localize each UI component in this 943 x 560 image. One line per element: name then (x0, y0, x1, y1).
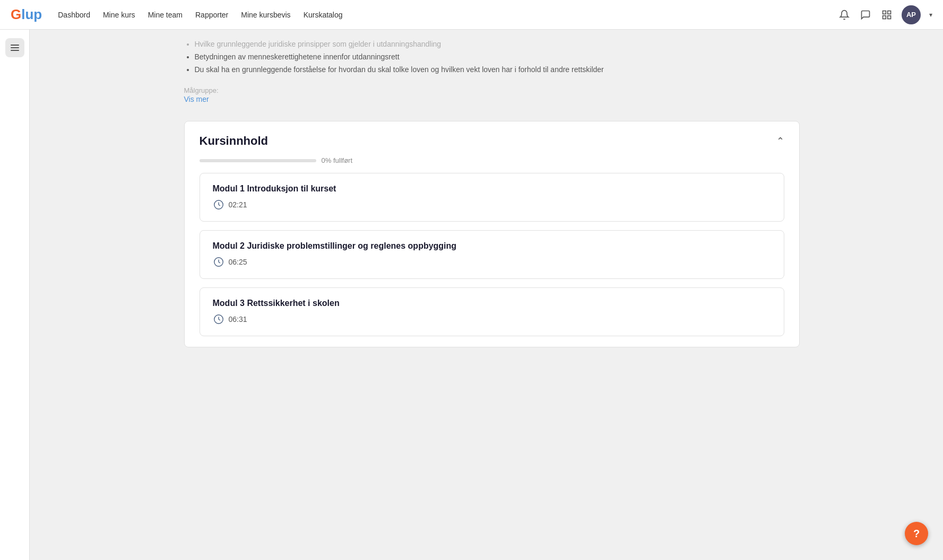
menu-line-2 (11, 47, 19, 48)
sidebar (0, 30, 30, 560)
module-1-duration: 02:21 (229, 200, 247, 209)
progress-bar-background (200, 159, 316, 162)
content-area: Hvilke grunnleggende juridiske prinsippe… (163, 30, 810, 369)
module-card-3[interactable]: Modul 3 Rettssikkerhet i skolen 06:31 (200, 287, 784, 336)
nav-mine-kursbevis[interactable]: Mine kursbevis (241, 11, 290, 19)
bullet-item-1: Hvilke grunnleggende juridiske prinsippe… (195, 38, 800, 51)
kursinnhold-card: Kursinnhold ⌃ 0% fullført Modul 1 Introd… (184, 121, 800, 347)
clock-icon-2 (213, 256, 224, 268)
module-1-title: Modul 1 Introduksjon til kurset (213, 184, 771, 194)
module-2-duration-row: 06:25 (213, 256, 771, 268)
help-button[interactable]: ? (905, 522, 928, 545)
nav-right: AP ▾ (838, 5, 932, 24)
nav-links: Dashbord Mine kurs Mine team Rapporter M… (58, 11, 838, 19)
svg-rect-1 (888, 11, 891, 14)
clock-icon-1 (213, 199, 224, 211)
logo-g: G (11, 6, 21, 22)
bullet-item-2: Betydningen av menneskerettighetene inne… (195, 51, 800, 64)
svg-rect-3 (888, 15, 891, 19)
progress-label: 0% fullført (322, 156, 353, 164)
grid-icon[interactable] (880, 8, 893, 21)
user-avatar[interactable]: AP (902, 5, 921, 24)
logo-rest: lup (21, 6, 42, 22)
menu-line-3 (11, 50, 19, 51)
chat-icon[interactable] (859, 8, 872, 21)
clock-icon-3 (213, 313, 224, 325)
menu-line-1 (11, 45, 19, 46)
nav-mine-kurs[interactable]: Mine kurs (103, 11, 135, 19)
nav-kurskatalog[interactable]: Kurskatalog (304, 11, 343, 19)
svg-rect-2 (883, 15, 886, 19)
nav-rapporter[interactable]: Rapporter (195, 11, 228, 19)
module-2-duration: 06:25 (229, 258, 247, 266)
module-card-2[interactable]: Modul 2 Juridiske problemstillinger og r… (200, 230, 784, 279)
partial-top: Hvilke grunnleggende juridiske prinsippe… (184, 30, 800, 110)
sidebar-menu-button[interactable] (5, 38, 24, 57)
logo[interactable]: Glup (11, 6, 42, 23)
module-3-title: Modul 3 Rettssikkerhet i skolen (213, 299, 771, 308)
nav-mine-team[interactable]: Mine team (148, 11, 183, 19)
navbar: Glup Dashbord Mine kurs Mine team Rappor… (0, 0, 943, 30)
bell-icon[interactable] (838, 8, 851, 21)
malgruppe-label: Målgruppe: (184, 86, 800, 94)
progress-wrapper: 0% fullført (200, 156, 784, 164)
module-card-1[interactable]: Modul 1 Introduksjon til kurset 02:21 (200, 173, 784, 222)
collapse-chevron[interactable]: ⌃ (776, 135, 784, 147)
main-content: Hvilke grunnleggende juridiske prinsippe… (30, 30, 943, 560)
module-1-duration-row: 02:21 (213, 199, 771, 211)
module-2-title: Modul 2 Juridiske problemstillinger og r… (213, 241, 771, 251)
bullet-list: Hvilke grunnleggende juridiske prinsippe… (184, 38, 800, 76)
nav-dashbord[interactable]: Dashbord (58, 11, 90, 19)
svg-rect-0 (883, 11, 886, 14)
vis-mer-link[interactable]: Vis mer (184, 95, 209, 103)
module-3-duration: 06:31 (229, 315, 247, 323)
avatar-chevron[interactable]: ▾ (929, 11, 932, 19)
module-3-duration-row: 06:31 (213, 313, 771, 325)
bullet-item-3: Du skal ha en grunnleggende forståelse f… (195, 64, 800, 76)
kursinnhold-title: Kursinnhold (200, 134, 269, 148)
kursinnhold-header: Kursinnhold ⌃ (200, 134, 784, 148)
